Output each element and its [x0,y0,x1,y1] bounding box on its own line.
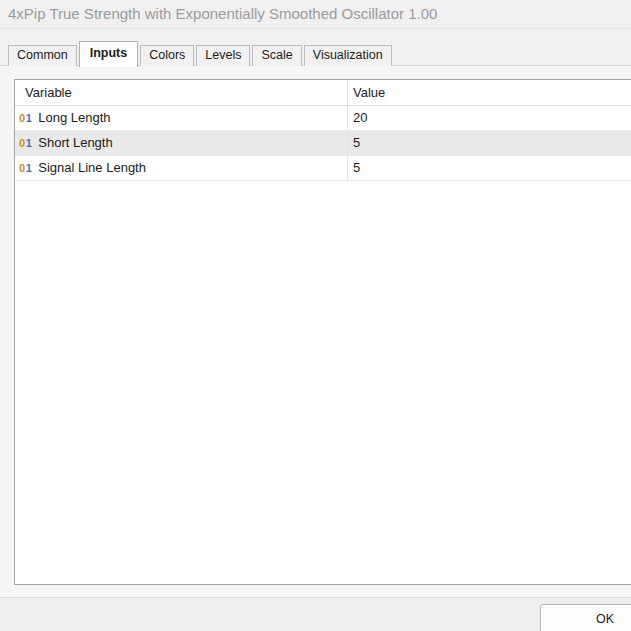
variable-cell[interactable]: 01Short Length [15,131,348,155]
variable-label: Signal Line Length [38,156,146,180]
titlebar: 4xPip True Strength with Exponentially S… [0,0,631,29]
integer-input-icon: 01 [19,106,32,130]
footer-bar: OK [0,597,631,631]
tab-bar: CommonInputsColorsLevelsScaleVisualizati… [8,40,631,66]
value-cell[interactable]: 5 [348,131,631,155]
tab-page-inputs: Variable Value 01Long Length2001Short Le… [0,65,631,599]
tab-common[interactable]: Common [8,45,77,66]
integer-input-icon: 01 [19,131,32,155]
column-header-variable[interactable]: Variable [15,80,348,105]
integer-input-icon: 01 [19,156,32,180]
indicator-settings-dialog: 4xPip True Strength with Exponentially S… [0,0,631,631]
table-row[interactable]: 01Short Length5 [15,131,631,156]
window-title: 4xPip True Strength with Exponentially S… [8,5,437,22]
variable-cell[interactable]: 01Long Length [15,106,348,130]
inputs-table: Variable Value 01Long Length2001Short Le… [14,79,631,585]
ok-button[interactable]: OK [540,604,631,631]
table-header: Variable Value [15,80,631,106]
tab-visualization[interactable]: Visualization [304,45,392,66]
tab-scale[interactable]: Scale [252,45,301,66]
value-cell[interactable]: 5 [348,156,631,180]
tab-levels[interactable]: Levels [196,45,250,66]
tab-colors[interactable]: Colors [140,45,194,66]
table-row[interactable]: 01Signal Line Length5 [15,156,631,181]
tab-inputs[interactable]: Inputs [79,41,139,67]
variable-label: Short Length [38,131,112,155]
column-header-value[interactable]: Value [348,80,631,105]
table-body: 01Long Length2001Short Length501Signal L… [15,106,631,181]
value-cell[interactable]: 20 [348,106,631,130]
table-row[interactable]: 01Long Length20 [15,106,631,131]
variable-label: Long Length [38,106,110,130]
variable-cell[interactable]: 01Signal Line Length [15,156,348,180]
